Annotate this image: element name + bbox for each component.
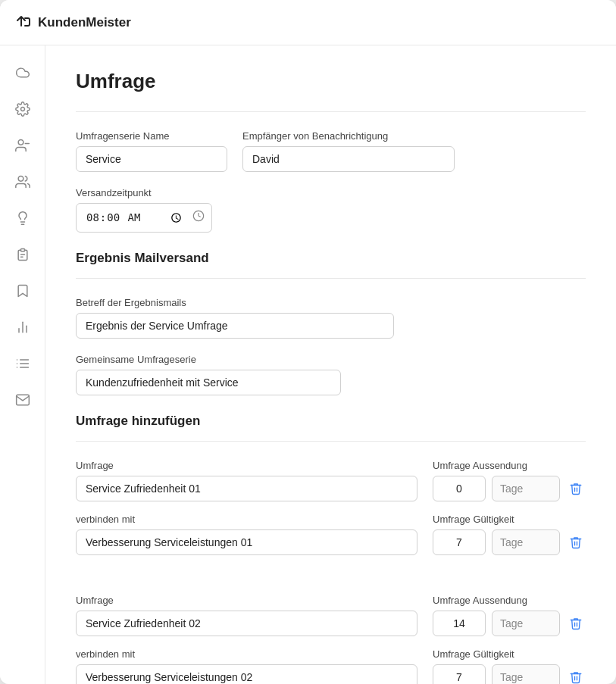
divider-2 — [76, 278, 586, 279]
survey-1-aussendung-row — [433, 476, 586, 501]
sidebar-item-cloud[interactable] — [8, 58, 38, 88]
content-area: Umfrage Umfragenserie Name Empfänger von… — [45, 45, 616, 684]
form-group-serie-name: Umfragenserie Name — [76, 130, 227, 172]
survey-1-aussendung-group: Umfrage Aussendung — [433, 460, 586, 501]
form-group-gemeinsam: Gemeinsame Umfrageserie — [76, 354, 341, 395]
survey-1-gueltigkeit-input[interactable] — [433, 529, 486, 555]
survey-2-aussendung-delete-button[interactable] — [566, 614, 586, 633]
survey-row-1-top: Umfrage Umfrage Aussendung — [76, 460, 586, 501]
survey-1-verbinden-input[interactable] — [76, 529, 417, 555]
ergebnis-section-title: Ergebnis Mailversand — [76, 251, 586, 266]
sidebar-item-mail[interactable] — [8, 385, 38, 415]
versand-label: Versandzeitpunkt — [76, 187, 212, 198]
ergebnis-form-row: Betreff der Ergebnismails Gemeinsame Umf… — [76, 297, 586, 395]
survey-1-umfrage-label: Umfrage — [76, 460, 417, 471]
survey-block-1: Umfrage Umfrage Aussendung — [76, 460, 586, 573]
logo-text: KundenMeister — [38, 15, 131, 30]
survey-2-aussendung-input[interactable] — [433, 611, 486, 636]
survey-1-umfrage-wrapper: Umfrage — [76, 460, 417, 501]
survey-2-umfrage-wrapper: Umfrage — [76, 595, 417, 636]
survey-2-gueltigkeit-input[interactable] — [433, 664, 486, 684]
survey-row-1-bottom: verbinden mit Umfrage Gültigkeit — [76, 514, 586, 555]
survey-2-aussendung-label: Umfrage Aussendung — [433, 595, 586, 606]
survey-1-umfrage-input[interactable] — [76, 476, 417, 501]
page-title: Umfrage — [76, 70, 586, 93]
svg-point-3 — [18, 176, 23, 182]
form-group-empfaenger: Empfänger von Benachrichtigung — [242, 130, 455, 172]
survey-1-aussendung-input[interactable] — [433, 476, 486, 501]
empfaenger-label: Empfänger von Benachrichtigung — [242, 130, 455, 142]
survey-1-gueltigkeit-unit — [492, 529, 560, 555]
empfaenger-input[interactable] — [242, 146, 455, 172]
survey-2-umfrage-label: Umfrage — [76, 595, 417, 606]
umfrage-section-title: Umfrage hinzufügen — [76, 414, 586, 429]
divider-1 — [76, 111, 586, 112]
versand-time-wrapper — [76, 203, 212, 233]
form-row-main: Umfragenserie Name Empfänger von Benachr… — [76, 130, 586, 233]
survey-2-verbinden-input[interactable] — [76, 664, 417, 684]
main-layout: Umfrage Umfragenserie Name Empfänger von… — [0, 45, 616, 684]
sidebar — [0, 45, 45, 684]
form-group-betreff: Betreff der Ergebnismails — [76, 297, 394, 339]
sidebar-item-clipboard[interactable] — [8, 239, 38, 270]
sidebar-item-users[interactable] — [8, 130, 38, 161]
sidebar-item-list[interactable] — [8, 348, 38, 379]
svg-point-1 — [18, 140, 23, 145]
survey-2-verbinden-wrapper: verbinden mit — [76, 648, 417, 684]
survey-1-aussendung-delete-button[interactable] — [566, 479, 586, 498]
survey-2-aussendung-row — [433, 611, 586, 636]
survey-1-gueltigkeit-delete-button[interactable] — [566, 533, 586, 552]
betreff-input[interactable] — [76, 313, 394, 339]
survey-2-gueltigkeit-row — [433, 664, 586, 684]
survey-2-gueltigkeit-group: Umfrage Gültigkeit — [433, 648, 586, 684]
app-window: KundenMeister — [0, 0, 616, 684]
gemeinsam-input[interactable] — [76, 370, 341, 395]
survey-2-aussendung-group: Umfrage Aussendung — [433, 595, 586, 636]
survey-1-aussendung-label: Umfrage Aussendung — [433, 460, 586, 471]
survey-2-aussendung-unit — [492, 611, 560, 636]
survey-1-verbinden-label: verbinden mit — [76, 514, 417, 525]
survey-2-gueltigkeit-label: Umfrage Gültigkeit — [433, 648, 586, 660]
survey-row-2-top: Umfrage Umfrage Aussendung — [76, 595, 586, 636]
survey-1-gueltigkeit-group: Umfrage Gültigkeit — [433, 514, 586, 555]
serie-name-label: Umfragenserie Name — [76, 130, 227, 142]
survey-1-gueltigkeit-row — [433, 529, 586, 555]
sidebar-item-settings[interactable] — [8, 94, 38, 124]
logo-icon — [15, 12, 32, 33]
serie-name-input[interactable] — [76, 146, 227, 172]
survey-2-gueltigkeit-unit — [492, 664, 560, 684]
survey-1-gueltigkeit-label: Umfrage Gültigkeit — [433, 514, 586, 525]
sidebar-item-group[interactable] — [8, 167, 38, 197]
survey-row-2-bottom: verbinden mit Umfrage Gültigkeit — [76, 648, 586, 684]
svg-rect-6 — [20, 249, 24, 251]
divider-3 — [76, 441, 586, 442]
survey-2-verbinden-label: verbinden mit — [76, 648, 417, 660]
svg-point-0 — [20, 108, 24, 111]
betreff-label: Betreff der Ergebnismails — [76, 297, 394, 308]
survey-block-2: Umfrage Umfrage Aussendung — [76, 595, 586, 684]
survey-1-aussendung-unit — [492, 476, 560, 501]
sidebar-item-bookmark[interactable] — [8, 276, 38, 306]
survey-2-gueltigkeit-delete-button[interactable] — [566, 667, 586, 684]
survey-1-verbinden-wrapper: verbinden mit — [76, 514, 417, 555]
gemeinsam-label: Gemeinsame Umfrageserie — [76, 354, 341, 365]
sidebar-item-chart[interactable] — [8, 312, 38, 342]
versand-time-input[interactable] — [76, 203, 212, 233]
sidebar-item-lightbulb[interactable] — [8, 203, 38, 233]
logo: KundenMeister — [15, 12, 131, 33]
survey-2-umfrage-input[interactable] — [76, 611, 417, 636]
form-group-versand: Versandzeitpunkt — [76, 187, 212, 233]
top-bar: KundenMeister — [0, 0, 616, 45]
